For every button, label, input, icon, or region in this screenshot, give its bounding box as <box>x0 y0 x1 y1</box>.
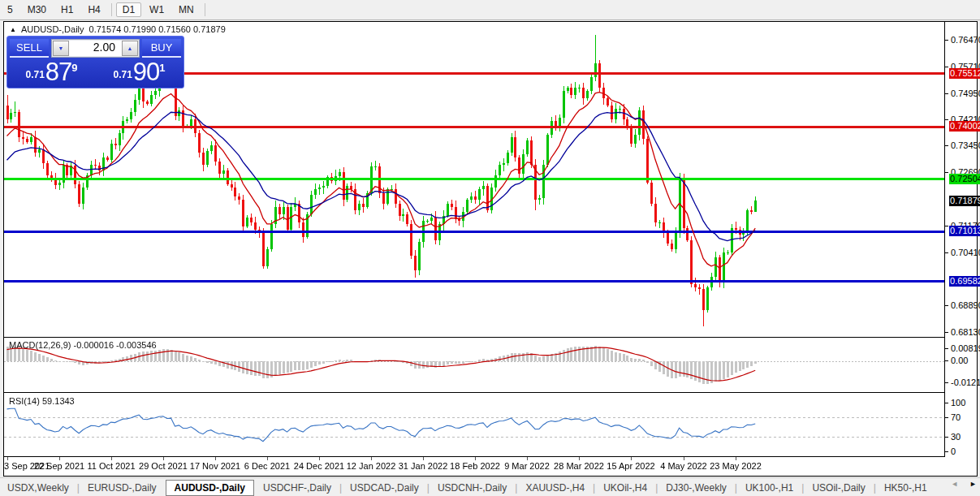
price-axis-tick: 0.68130 <box>951 327 980 337</box>
sell-button[interactable]: SELL <box>10 39 49 58</box>
chart-tab-usdchf-daily[interactable]: USDCHF-,Daily <box>256 481 339 495</box>
tab-scroll-left-icon[interactable]: ◄ <box>951 480 958 488</box>
macd-axis-tick: -0.01212 <box>951 377 980 387</box>
axis-tick-mark <box>945 40 948 41</box>
axis-tick-mark <box>945 172 948 173</box>
volume-increase-button[interactable]: ▲ <box>122 41 138 56</box>
volume-stepper: ▼ 2.00 ▲ <box>51 39 140 58</box>
rsi-axis-tick: 30 <box>951 432 961 442</box>
axis-tick-mark <box>945 360 948 361</box>
macd-indicator-label: MACD(12,26,9) -0.000016 -0.003546 <box>9 340 157 350</box>
axis-tick-mark <box>945 437 948 438</box>
price-level-tag: 0.72504 <box>949 174 980 184</box>
date-tick-mark <box>267 457 268 460</box>
date-tick-mark <box>215 457 216 460</box>
one-click-trading-panel: SELL ▼ 2.00 ▲ BUY 0.71 87 9 0.71 90 1 <box>6 36 184 88</box>
rsi-chart-canvas[interactable] <box>4 393 944 456</box>
buy-price-big: 90 <box>133 61 159 83</box>
tab-scroll-right-icon[interactable]: ► <box>969 480 977 488</box>
toolbar-separator <box>111 3 112 16</box>
timeframe-button-d1[interactable]: D1 <box>116 2 141 17</box>
sell-price-prefix: 0.71 <box>25 69 44 80</box>
axis-tick-mark <box>945 226 948 226</box>
date-tick-mark <box>631 457 632 460</box>
axis-tick-mark <box>945 451 948 452</box>
date-tick-mark <box>163 457 164 460</box>
chart-tab-bar: USDX,Weekly|EURUSD-,DailyAUDUSD-,DailyUS… <box>0 477 980 496</box>
price-axis-tick: 0.76470 <box>951 35 980 45</box>
timeframe-button-mn[interactable]: MN <box>172 2 201 17</box>
chart-title: ▲ AUDUSD-,Daily 0.71574 0.71990 0.71560 … <box>10 24 226 34</box>
toolbar-separator <box>205 3 205 16</box>
chart-window: ▲ AUDUSD-,Daily 0.71574 0.71990 0.71560 … <box>3 21 978 477</box>
axis-tick-mark <box>945 252 948 253</box>
price-axis-tick: 0.70410 <box>951 248 980 257</box>
sell-price-big: 87 <box>45 61 71 83</box>
price-macd-divider <box>4 337 945 338</box>
mt4-app: 5M30H1H4D1W1MN ▲ AUDUSD-,Daily 0.71574 0… <box>0 0 980 496</box>
buy-price-display[interactable]: 0.71 90 1 <box>97 60 181 85</box>
chart-ohlc-values: 0.71574 0.71990 0.71560 0.71879 <box>89 24 226 34</box>
axis-tick-mark <box>945 93 948 94</box>
chart-tab-usoil-daily[interactable]: USOil-,Daily <box>805 481 872 495</box>
chart-tab-xauusd-h4[interactable]: XAUUSD-,H4 <box>518 481 592 495</box>
date-tick-mark <box>7 457 8 460</box>
date-tick-mark <box>423 457 424 460</box>
chart-tab-audusd-daily[interactable]: AUDUSD-,Daily <box>166 480 254 496</box>
chart-tab-usdcad-daily[interactable]: USDCAD-,Daily <box>343 481 426 495</box>
date-tick-mark <box>475 457 476 460</box>
timeframe-button-h4[interactable]: H4 <box>81 2 106 17</box>
timeframe-button-h1[interactable]: H1 <box>54 2 80 17</box>
price-axis-divider <box>944 22 945 456</box>
axis-tick-mark <box>945 348 948 349</box>
price-level-tag: 0.75512 <box>949 68 980 79</box>
chart-tab-hk50-h1[interactable]: HK50-,H1 <box>877 481 935 495</box>
date-tick-mark <box>371 457 372 460</box>
axis-tick-mark <box>945 305 948 306</box>
axis-tick-mark <box>945 332 948 333</box>
chart-tab-eurusd-daily[interactable]: EURUSD-,Daily <box>80 481 164 495</box>
sell-price-pip: 9 <box>71 62 77 74</box>
buy-price-pip: 1 <box>159 62 165 74</box>
date-tick-mark <box>59 457 60 460</box>
chart-tab-usdcnh-daily[interactable]: USDCNH-,Daily <box>430 481 514 495</box>
price-axis-tick: 0.74950 <box>951 88 980 98</box>
chart-symbol-period: AUDUSD-,Daily <box>21 24 84 34</box>
tab-scroll-arrows: ◄ ► <box>951 480 977 488</box>
date-tick-mark <box>736 457 736 460</box>
chart-tab-usdx-weekly[interactable]: USDX,Weekly <box>0 481 76 495</box>
date-tick-mark <box>111 457 112 460</box>
volume-decrease-button[interactable]: ▼ <box>53 41 69 56</box>
timeframe-toolbar: 5M30H1H4D1W1MN <box>0 0 980 20</box>
axis-tick-mark <box>945 67 948 67</box>
price-level-tag: 0.71013 <box>949 226 980 236</box>
buy-price-prefix: 0.71 <box>113 69 132 80</box>
price-level-tag: 0.69582 <box>949 276 980 287</box>
volume-input[interactable]: 2.00 <box>69 41 122 56</box>
rsi-axis-tick: 0 <box>951 446 956 456</box>
chart-tab-dj30-weekly[interactable]: DJ30-,Weekly <box>658 481 733 495</box>
price-axis-tick: 0.73450 <box>951 140 980 150</box>
macd-rsi-divider <box>4 392 945 393</box>
rsi-indicator-label: RSI(14) 59.1343 <box>9 396 75 406</box>
buy-button[interactable]: BUY <box>142 39 181 58</box>
axis-tick-mark <box>945 382 948 383</box>
chart-tab-uk100-h1[interactable]: UK100-,H1 <box>738 481 801 495</box>
macd-axis-tick: 0.008197 <box>951 343 980 353</box>
macd-axis-tick: 0.00 <box>951 356 968 365</box>
date-tick-mark <box>319 457 320 460</box>
chart-tab-ukoil-h4[interactable]: UKOil-,H4 <box>596 481 654 495</box>
price-level-tag: 0.74002 <box>949 121 980 132</box>
collapse-panel-icon[interactable]: ▲ <box>10 26 16 33</box>
timeframe-button-m30[interactable]: M30 <box>21 2 53 17</box>
date-tick-mark <box>579 457 580 460</box>
timeframe-button-5[interactable]: 5 <box>1 2 19 17</box>
axis-tick-mark <box>945 119 948 120</box>
timeframe-button-w1[interactable]: W1 <box>143 2 171 17</box>
axis-tick-mark <box>945 417 948 418</box>
date-tick-mark <box>527 457 528 460</box>
date-tick-mark <box>684 457 684 460</box>
price-axis-tick: 0.68890 <box>951 300 980 310</box>
sell-price-display[interactable]: 0.71 87 9 <box>10 60 93 85</box>
rsi-axis-tick: 100 <box>951 398 965 408</box>
